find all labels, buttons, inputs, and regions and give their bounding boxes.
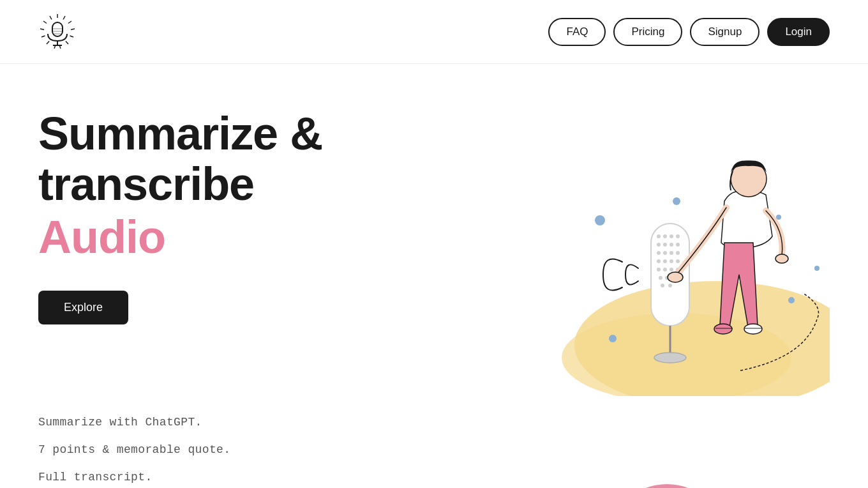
logo xyxy=(38,13,77,51)
svg-point-26 xyxy=(657,243,661,247)
svg-point-40 xyxy=(670,268,673,271)
svg-point-33 xyxy=(676,251,680,255)
hero-text-block: Summarize & transcribe Audio Explore xyxy=(38,89,322,324)
svg-point-49 xyxy=(595,215,605,225)
signup-button[interactable]: Signup xyxy=(690,18,760,46)
feature-item-1: Summarize with ChatGPT. xyxy=(38,409,830,436)
svg-point-38 xyxy=(657,268,661,271)
svg-point-55 xyxy=(609,335,617,342)
svg-point-35 xyxy=(663,259,667,263)
svg-point-39 xyxy=(663,268,667,271)
svg-point-24 xyxy=(670,234,673,238)
explore-button[interactable]: Explore xyxy=(38,291,128,324)
svg-point-50 xyxy=(673,197,680,205)
hero-illustration xyxy=(434,89,830,396)
main-nav: FAQ Pricing Signup Login xyxy=(548,18,830,46)
svg-point-59 xyxy=(714,324,732,334)
site-header: FAQ Pricing Signup Login xyxy=(0,0,868,64)
svg-point-25 xyxy=(676,234,680,238)
svg-point-52 xyxy=(776,215,781,220)
svg-point-30 xyxy=(657,251,661,255)
svg-point-46 xyxy=(668,284,672,287)
svg-point-58 xyxy=(775,254,788,263)
svg-point-54 xyxy=(814,266,819,271)
svg-point-45 xyxy=(661,284,664,287)
svg-line-10 xyxy=(41,36,45,37)
svg-point-48 xyxy=(654,353,686,363)
svg-point-22 xyxy=(657,234,661,238)
svg-point-27 xyxy=(663,243,667,247)
svg-point-31 xyxy=(663,251,667,255)
features-section: Summarize with ChatGPT. 7 points & memor… xyxy=(0,396,868,488)
svg-point-34 xyxy=(657,259,661,263)
hero-title-accent: Audio xyxy=(38,210,322,264)
svg-point-32 xyxy=(670,251,673,255)
svg-line-4 xyxy=(70,36,74,37)
svg-point-23 xyxy=(663,234,667,238)
hero-title-line1: Summarize & xyxy=(38,109,322,159)
svg-point-60 xyxy=(744,324,762,334)
login-button[interactable]: Login xyxy=(767,18,830,46)
svg-line-2 xyxy=(68,21,71,24)
svg-line-5 xyxy=(66,41,68,44)
svg-point-28 xyxy=(670,243,673,247)
svg-line-11 xyxy=(47,41,49,44)
svg-point-36 xyxy=(670,259,673,263)
logo-icon xyxy=(38,13,77,51)
feature-item-2: 7 points & memorable quote. xyxy=(38,436,830,464)
svg-line-9 xyxy=(40,29,44,30)
svg-point-57 xyxy=(668,272,683,282)
svg-point-37 xyxy=(676,259,680,263)
svg-line-7 xyxy=(50,16,52,20)
faq-button[interactable]: FAQ xyxy=(548,18,606,46)
hero-title-line2: transcribe xyxy=(38,159,322,210)
feature-item-3: Full transcript. xyxy=(38,464,830,488)
svg-rect-13 xyxy=(52,22,63,36)
svg-line-3 xyxy=(71,29,75,30)
svg-line-8 xyxy=(43,21,47,24)
svg-point-29 xyxy=(676,243,680,247)
svg-line-1 xyxy=(63,16,65,20)
svg-point-42 xyxy=(659,276,662,280)
svg-point-53 xyxy=(788,297,795,303)
hero-section: Summarize & transcribe Audio Explore xyxy=(0,64,868,396)
pricing-button[interactable]: Pricing xyxy=(613,18,682,46)
